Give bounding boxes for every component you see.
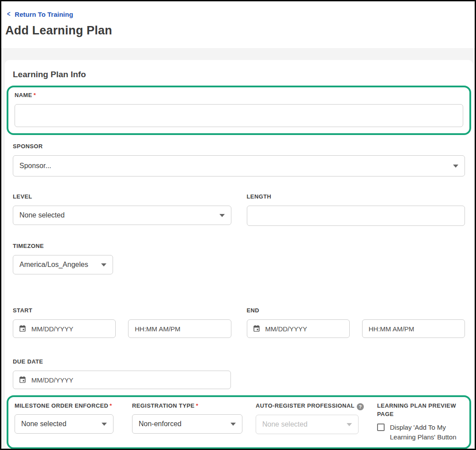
start-field-group: START (13, 306, 231, 338)
timezone-select-value: America/Los_Angeles (19, 261, 88, 269)
chevron-down-icon (347, 423, 352, 426)
end-time-text[interactable] (368, 325, 459, 333)
end-field-group: END (247, 306, 465, 338)
auto-register-field-group: AUTO-REGISTER PROFESSIONAL? None selecte… (256, 401, 364, 434)
end-date-input[interactable] (247, 319, 350, 338)
preview-page-label: LEARNING PLAN PREVIEW PAGE (377, 401, 463, 418)
sponsor-select-value: Sponsor... (19, 162, 51, 170)
calendar-icon (19, 325, 26, 333)
annotation-box-name: NAME* (7, 86, 471, 135)
milestone-order-label: MILESTONE ORDER ENFORCED* (15, 401, 119, 410)
due-date-label: DUE DATE (13, 357, 465, 366)
length-field-group: LENGTH (247, 192, 465, 226)
page-header: < Return To Training Add Learning Plan (1, 1, 475, 48)
checkbox-label[interactable]: Display 'Add To My Learning Plans' Butto… (390, 423, 463, 442)
due-date-input[interactable] (13, 371, 231, 389)
sponsor-label: SPONSOR (13, 142, 465, 150)
start-date-text[interactable] (30, 325, 110, 333)
chevron-down-icon (219, 214, 225, 217)
annotation-box-bottom-row: MILESTONE ORDER ENFORCED* None selected … (7, 395, 471, 449)
due-date-field-group: DUE DATE (13, 357, 465, 389)
level-field-group: LEVEL None selected (13, 192, 231, 226)
page-background: Learning Plan Info NAME* SPONSOR Sponsor… (1, 48, 475, 449)
milestone-order-select[interactable]: None selected (15, 414, 113, 434)
start-end-row: START END (13, 306, 465, 338)
form-card: Learning Plan Info NAME* SPONSOR Sponsor… (5, 60, 473, 449)
registration-type-select-value: Non-enforced (139, 420, 181, 428)
end-time-input[interactable] (362, 319, 465, 338)
length-input[interactable] (247, 206, 465, 226)
level-select-value: None selected (19, 211, 64, 219)
length-label: LENGTH (247, 192, 465, 201)
start-time-input[interactable] (128, 319, 231, 338)
name-input[interactable] (15, 104, 463, 127)
timezone-field-group: TIMEZONE America/Los_Angeles (13, 242, 465, 274)
calendar-icon (19, 376, 26, 384)
name-label: NAME* (15, 91, 463, 99)
section-title: Learning Plan Info (13, 70, 465, 79)
due-date-text[interactable] (30, 376, 225, 384)
required-asterisk: * (196, 402, 198, 409)
start-date-input[interactable] (13, 319, 116, 338)
chevron-down-icon (102, 423, 107, 426)
checkbox-unchecked-icon[interactable] (377, 424, 385, 431)
chevron-left-icon: < (7, 10, 10, 18)
chevron-down-icon (230, 423, 236, 426)
timezone-label: TIMEZONE (13, 242, 465, 250)
preview-page-field-group: LEARNING PLAN PREVIEW PAGE Display 'Add … (377, 401, 463, 442)
auto-register-label: AUTO-REGISTER PROFESSIONAL? (256, 401, 364, 410)
timezone-select[interactable]: America/Los_Angeles (13, 255, 113, 274)
milestone-order-select-value: None selected (21, 420, 66, 428)
sponsor-field-group: SPONSOR Sponsor... (13, 142, 465, 176)
level-length-row: LEVEL None selected LENGTH (13, 192, 465, 226)
chevron-down-icon (101, 263, 106, 266)
registration-type-field-group: REGISTRATION TYPE* Non-enforced (132, 401, 242, 434)
required-asterisk: * (34, 92, 36, 98)
registration-type-select[interactable]: Non-enforced (132, 414, 242, 434)
display-add-to-my-learning-plans-row[interactable]: Display 'Add To My Learning Plans' Butto… (377, 423, 463, 442)
level-select[interactable]: None selected (13, 206, 231, 225)
return-to-training-link[interactable]: < Return To Training (7, 10, 73, 18)
start-label: START (13, 306, 231, 315)
calendar-icon (253, 325, 261, 333)
milestone-order-field-group: MILESTONE ORDER ENFORCED* None selected (15, 401, 119, 434)
auto-register-select-value: None selected (262, 420, 307, 428)
end-date-text[interactable] (264, 325, 344, 333)
chevron-down-icon (453, 165, 458, 168)
level-label: LEVEL (13, 192, 231, 201)
page-title: Add Learning Plan (5, 24, 468, 38)
help-icon[interactable]: ? (357, 403, 364, 410)
auto-register-select-disabled: None selected (256, 415, 359, 434)
start-time-text[interactable] (134, 325, 225, 333)
required-asterisk: * (110, 402, 112, 409)
end-label: END (247, 306, 465, 315)
registration-type-label: REGISTRATION TYPE* (132, 401, 242, 410)
sponsor-select[interactable]: Sponsor... (13, 155, 465, 176)
back-link-label: Return To Training (15, 11, 73, 18)
